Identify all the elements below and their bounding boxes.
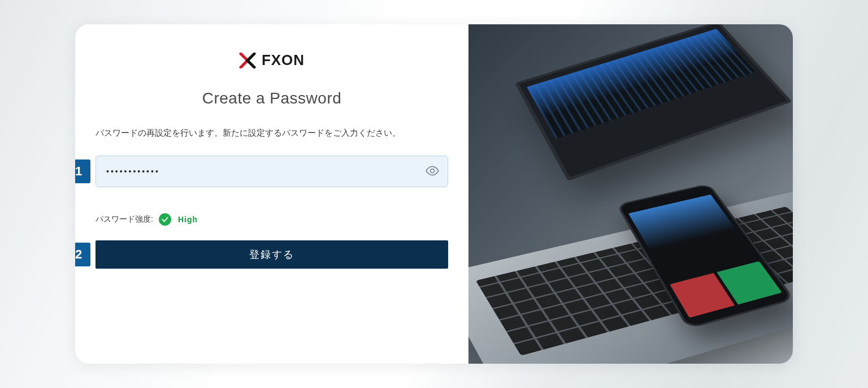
toggle-password-visibility-button[interactable] [424, 163, 440, 179]
password-reset-card: FXON Create a Password パスワードの再設定を行います。新た… [75, 24, 793, 364]
hero-laptop-graphic [514, 24, 792, 181]
help-text: パスワードの再設定を行います。新たに設定するパスワードをご入力ください。 [96, 128, 468, 139]
password-field-row: 1 [96, 156, 448, 187]
fxon-logo-icon [239, 53, 256, 68]
password-strength-row: パスワード強度: High [96, 213, 468, 226]
brand-logo: FXON [75, 51, 468, 69]
brand-name: FXON [262, 51, 305, 69]
submit-row: 2 登録する [96, 240, 448, 269]
register-button[interactable]: 登録する [96, 240, 448, 269]
password-input[interactable] [96, 156, 448, 187]
strength-value: High [178, 215, 198, 224]
step-badge-2: 2 [75, 243, 90, 266]
eye-icon [425, 163, 440, 180]
strength-label: パスワード強度: [96, 214, 153, 225]
page-title: Create a Password [75, 89, 468, 107]
svg-point-0 [431, 169, 435, 173]
hero-image [468, 24, 793, 364]
form-panel: FXON Create a Password パスワードの再設定を行います。新た… [75, 24, 468, 364]
step-badge-1: 1 [75, 159, 90, 183]
check-circle-icon [159, 213, 171, 226]
